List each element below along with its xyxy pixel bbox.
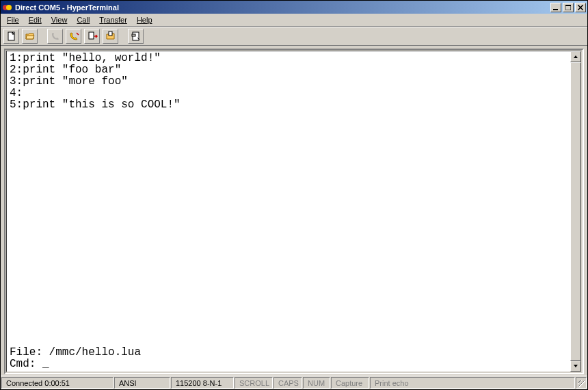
receive-button[interactable] [103,29,118,44]
terminal-output: 1:print "hello, world!" 2:print "foo bar… [10,53,567,111]
svg-line-8 [77,33,79,35]
menu-edit[interactable]: Edit [24,14,46,25]
app-window: Direct COM5 - HyperTerminal File Edit Vi… [0,0,588,390]
new-document-icon [6,31,17,42]
menu-file[interactable]: File [2,14,24,25]
receive-file-icon [105,31,116,42]
terminal-inner: 1:print "hello, world!" 2:print "foo bar… [6,51,582,372]
app-icon [2,2,13,13]
window-title: Direct COM5 - HyperTerminal [15,3,549,12]
menu-transfer[interactable]: Transfer [94,14,132,25]
toolbar [1,27,587,46]
chevron-down-icon [573,363,578,369]
menu-call[interactable]: Call [72,14,94,25]
send-file-icon [87,31,98,42]
status-capture: Capture [331,377,369,389]
status-num: NUM [303,377,330,389]
client-area: 1:print "hello, world!" 2:print "foo bar… [1,46,587,376]
close-button[interactable] [575,3,586,12]
status-caps: CAPS [273,377,302,389]
window-controls [549,3,586,12]
menu-view[interactable]: View [46,14,72,25]
status-emulation: ANSI [114,377,170,389]
scrollbar-track[interactable] [570,62,581,361]
minimize-button[interactable] [550,3,561,12]
status-scroll: SCROLL [235,377,273,389]
properties-button[interactable] [128,29,144,44]
menu-help[interactable]: Help [132,14,157,25]
svg-rect-9 [89,32,94,39]
status-port: 115200 8-N-1 [171,377,234,389]
svg-marker-13 [574,55,578,58]
send-button[interactable] [84,29,100,44]
chevron-up-icon [573,54,578,60]
vertical-scrollbar[interactable] [570,51,581,372]
titlebar[interactable]: Direct COM5 - HyperTerminal [1,1,587,14]
open-button[interactable] [22,29,38,44]
properties-icon [131,31,142,42]
terminal-prompt: File: /mmc/hello.lua Cmd: _ [10,347,567,370]
connect-button[interactable] [47,29,63,44]
maximize-button[interactable] [563,3,574,12]
svg-rect-2 [553,9,558,10]
scroll-up-button[interactable] [570,51,581,62]
statusbar: Connected 0:00:51 ANSI 115200 8-N-1 SCRO… [1,376,587,389]
phone-hangup-icon [68,31,79,42]
svg-rect-10 [109,31,112,36]
svg-rect-12 [132,34,135,36]
status-echo: Print echo [370,377,575,389]
scrollbar-thumb[interactable] [570,62,581,361]
svg-point-1 [6,5,12,10]
resize-grip[interactable] [576,377,587,389]
svg-marker-14 [574,365,578,367]
menubar: File Edit View Call Transfer Help [1,14,587,27]
new-button[interactable] [3,29,19,44]
status-connected: Connected 0:00:51 [1,377,113,389]
terminal[interactable]: 1:print "hello, world!" 2:print "foo bar… [7,51,570,372]
svg-rect-4 [565,5,571,6]
disconnect-button[interactable] [66,29,81,44]
phone-icon [50,31,61,42]
terminal-frame: 1:print "hello, world!" 2:print "foo bar… [4,49,584,374]
scroll-down-button[interactable] [570,361,581,372]
open-folder-icon [25,31,36,42]
